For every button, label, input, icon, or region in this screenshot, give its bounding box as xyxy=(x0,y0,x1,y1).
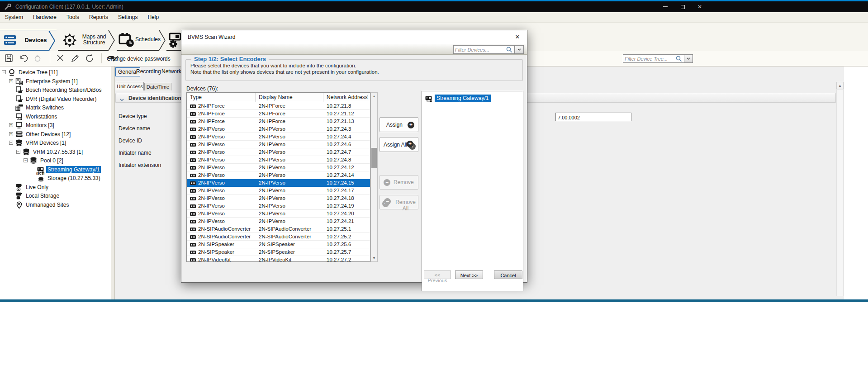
device-row[interactable]: 2N-IPVideoKit 2N-IPVideoKit10.27.27.2 xyxy=(187,256,370,262)
tree-item[interactable]: Local Storage xyxy=(0,191,111,200)
close-button[interactable]: ✕ xyxy=(691,1,708,12)
menu-reports[interactable]: Reports xyxy=(84,12,113,23)
monitor-icon xyxy=(15,122,23,129)
tree-expander-minus[interactable]: − xyxy=(24,158,28,162)
tree-expander-minus[interactable]: − xyxy=(2,70,6,74)
tree-expander-minus[interactable]: − xyxy=(9,141,13,145)
next-button[interactable]: Next >> xyxy=(455,270,483,279)
subtab-date-time[interactable]: Date/Time xyxy=(144,83,171,90)
previous-button[interactable]: << Previous xyxy=(424,270,451,279)
tree-item[interactable]: Streaming Gateway/1 xyxy=(0,165,111,174)
device-tree-icon xyxy=(8,69,16,76)
device-row[interactable]: 2N-IPVerso 2N-IPVerso10.27.24.4 xyxy=(187,133,370,141)
tab-chevron xyxy=(108,30,116,51)
panel-splitter[interactable] xyxy=(111,66,115,299)
maximize-icon xyxy=(681,5,685,9)
device-row[interactable]: 2N-IPVerso 2N-IPVerso10.27.24.12 xyxy=(187,164,370,171)
menu-system[interactable]: System xyxy=(0,12,28,23)
firmware-version-field[interactable] xyxy=(555,113,631,121)
device-row[interactable]: 2N-SIPAudioConverter 2N-SIPAudioConverte… xyxy=(187,233,370,241)
tree-item[interactable]: − VRM Devices [1] xyxy=(0,138,111,147)
tree-item[interactable]: − VRM 10.27.55.33 [1] xyxy=(0,147,111,157)
device-row[interactable]: 2N-SIPSpeaker 2N-SIPSpeaker10.27.25.7 xyxy=(187,248,370,256)
tree-item[interactable]: + Other Devices [12] xyxy=(0,130,111,139)
device-row[interactable]: 2N-IPVerso 2N-IPVerso10.27.24.7 xyxy=(187,148,370,156)
device-row[interactable]: 2N-IPVerso 2N-IPVerso10.27.24.17 xyxy=(187,187,370,194)
device-row[interactable]: 2N-SIPAudioConverter 2N-SIPAudioConverte… xyxy=(187,225,370,233)
tab-recording[interactable]: Recording xyxy=(134,67,163,76)
delete-icon[interactable] xyxy=(56,54,65,63)
column-header-type[interactable]: Type xyxy=(187,93,256,102)
tree-item[interactable]: − Pool 0 [2] xyxy=(0,156,111,165)
nav-tab-schedules[interactable]: Schedules xyxy=(116,30,166,51)
dialog-close-button[interactable]: ✕ xyxy=(512,33,523,42)
tree-item[interactable]: DVR (Digital Video Recorder) xyxy=(0,95,111,104)
filter-devices-input[interactable] xyxy=(455,46,505,53)
remove-button[interactable]: − Remove xyxy=(379,175,418,190)
tree-item[interactable]: Matrix Switches xyxy=(0,103,111,112)
nav-tab-devices[interactable]: Devices xyxy=(0,30,57,51)
device-row[interactable]: 2N-IPVerso 2N-IPVerso10.27.24.6 xyxy=(187,141,370,148)
workstation-icon xyxy=(15,113,23,120)
device-row[interactable]: 2N-IPForce 2N-IPForce10.27.21.8 xyxy=(187,102,370,110)
remove-all-button[interactable]: − − Remove All xyxy=(379,195,418,209)
menu-settings[interactable]: Settings xyxy=(113,12,142,23)
device-row[interactable]: 2N-SIPSpeaker 2N-SIPSpeaker10.27.25.6 xyxy=(187,241,370,248)
tree-item[interactable]: + Enterprise System [1] xyxy=(0,77,111,86)
device-row[interactable]: 2N-IPForce 2N-IPForce10.27.21.12 xyxy=(187,110,370,118)
device-row[interactable]: 2N-IPVerso 2N-IPVerso10.27.24.20 xyxy=(187,210,370,218)
scrollbar-down-arrow[interactable]: ▼ xyxy=(371,255,377,261)
device-row[interactable]: 2N-IPVerso 2N-IPVerso10.27.24.8 xyxy=(187,156,370,164)
device-row[interactable]: 2N-IPVerso 2N-IPVerso10.27.24.19 xyxy=(187,202,370,210)
scrollbar-track[interactable] xyxy=(836,89,844,296)
tree-expander-minus[interactable]: − xyxy=(16,150,20,154)
device-row[interactable]: 2N-IPVerso 2N-IPVerso10.27.24.14 xyxy=(187,171,370,179)
tree-expander-plus[interactable]: + xyxy=(9,79,13,83)
device-row[interactable]: 2N-IPVerso 2N-IPVerso10.27.24.15 xyxy=(187,179,370,187)
scrollbar-thumb[interactable] xyxy=(371,148,377,168)
menu-tools[interactable]: Tools xyxy=(62,12,84,23)
tree-expander-plus[interactable]: + xyxy=(9,123,13,127)
menu-help[interactable]: Help xyxy=(142,12,164,23)
undo-icon[interactable] xyxy=(19,54,28,63)
device-row[interactable]: 2N-IPVerso 2N-IPVerso10.27.24.18 xyxy=(187,194,370,202)
cancel-button[interactable]: Cancel xyxy=(494,270,522,279)
filter-dropdown-button[interactable] xyxy=(684,54,693,63)
device-row-icon xyxy=(190,111,198,116)
device-row[interactable]: 2N-IPForce 2N-IPForce10.27.21.13 xyxy=(187,118,370,125)
device-row[interactable]: 2N-IPVerso 2N-IPVerso10.27.24.3 xyxy=(187,125,370,133)
local-storage-icon xyxy=(15,192,23,199)
key-pencil-icon[interactable] xyxy=(108,54,117,63)
tree-item[interactable]: Bosch Recording Station/DiBos xyxy=(0,85,111,95)
tree-item[interactable]: Workstations xyxy=(0,112,111,121)
tree-item[interactable]: Unmanaged Sites xyxy=(0,200,111,209)
scrollbar-up-arrow[interactable]: ▲ xyxy=(371,93,377,100)
window-title: Configuration Client (127.0.0.1, User: A… xyxy=(15,4,123,10)
column-header-network-address[interactable]: Network Address∕ xyxy=(323,93,370,102)
edit-icon[interactable] xyxy=(71,54,80,63)
tree-item[interactable]: − Device Tree [11] xyxy=(0,68,111,77)
device-row[interactable]: 2N-IPVerso 2N-IPVerso10.27.24.21 xyxy=(187,218,370,225)
filter-device-tree-input[interactable] xyxy=(625,55,675,62)
menu-hardware[interactable]: Hardware xyxy=(28,12,62,23)
filter-dropdown-button[interactable] xyxy=(515,45,524,54)
subtab-unit-access[interactable]: Unit Access xyxy=(116,82,144,90)
tree-item[interactable]: + Monitors [3] xyxy=(0,121,111,130)
plus-circle-icon: + xyxy=(408,122,414,128)
table-scrollbar[interactable]: ▲ ▼ xyxy=(370,92,378,262)
assign-button[interactable]: Assign + xyxy=(379,117,418,132)
tree-expander-plus[interactable]: + xyxy=(9,132,13,136)
column-header-display-name[interactable]: Display Name xyxy=(256,93,323,102)
tree-item[interactable]: Live Only xyxy=(0,183,111,192)
device-row-icon xyxy=(190,203,198,209)
assign-all-button[interactable]: Assign All + + xyxy=(379,137,418,152)
refresh-icon[interactable] xyxy=(85,54,94,63)
maximize-button[interactable] xyxy=(674,1,691,12)
tree-item[interactable]: iSCSI Storage (10.27.55.33) xyxy=(0,174,111,183)
nav-tab-maps-structure[interactable]: Maps and Structure xyxy=(56,30,116,51)
minimize-button[interactable] xyxy=(657,1,674,12)
hand-icon xyxy=(33,54,43,63)
scrollbar-up-arrow[interactable]: ▲ xyxy=(836,82,844,89)
save-icon[interactable] xyxy=(5,54,14,63)
titlebar-accent-strip xyxy=(0,0,868,1)
